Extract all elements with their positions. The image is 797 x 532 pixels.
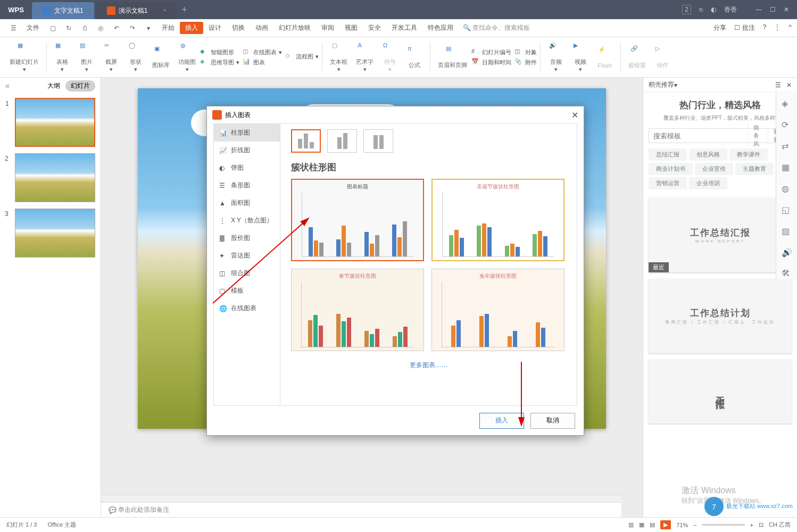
gift-icon[interactable]: ⎋ bbox=[699, 6, 703, 13]
slide-thumb-2[interactable]: 2 bbox=[15, 153, 95, 202]
tag[interactable]: 企业培训 bbox=[689, 177, 727, 189]
flowchart-button[interactable]: ◇流程图 ▾ bbox=[285, 52, 319, 61]
slide-thumb-1[interactable]: 1 bbox=[15, 98, 95, 147]
slide-thumb-3[interactable]: 3 bbox=[15, 209, 95, 257]
notification-icon[interactable]: 2 bbox=[682, 5, 691, 14]
avatar-icon[interactable]: ◐ bbox=[711, 6, 716, 13]
comment-button[interactable]: ☐ 批注 bbox=[734, 23, 754, 32]
zoom-in-button[interactable]: + bbox=[750, 522, 753, 528]
slidenumber-button[interactable]: #幻灯片编号 bbox=[471, 48, 511, 56]
image-button[interactable]: ▨图片 ▾ bbox=[74, 40, 99, 75]
hyperlink-button[interactable]: 🔗超链接 bbox=[624, 43, 650, 71]
scrollbar[interactable] bbox=[101, 495, 621, 502]
slideshow-button[interactable]: ▶ bbox=[660, 520, 671, 529]
online-chart-button[interactable]: ◫在线图表 ▾ bbox=[243, 48, 282, 56]
doc-tab-1[interactable]: 文字文稿1 bbox=[32, 2, 94, 19]
tab-security[interactable]: 安全 bbox=[363, 22, 386, 34]
anim-icon[interactable]: ⟳ bbox=[782, 120, 792, 130]
chart-preview-2[interactable]: 圣诞节簇状柱形图 bbox=[431, 179, 564, 261]
equation-button[interactable]: π公式 bbox=[402, 43, 427, 71]
datetime-button[interactable]: 📅日期和时间 bbox=[471, 58, 511, 66]
close-button[interactable]: ✕ bbox=[784, 6, 789, 13]
more-icon[interactable]: ⋮ bbox=[774, 23, 781, 32]
command-search[interactable]: 🔍 查找命令、搜索模板 bbox=[463, 23, 530, 32]
symbol-button[interactable]: Ω符号 ▾ bbox=[378, 40, 402, 75]
resource-icon[interactable]: ◱ bbox=[782, 205, 792, 215]
tab-devtools[interactable]: 开发工具 bbox=[386, 22, 422, 34]
iconlib-button[interactable]: ▣图标库 bbox=[148, 43, 174, 71]
redo-icon[interactable]: ↷ bbox=[127, 23, 138, 34]
tab-start[interactable]: 开始 bbox=[156, 22, 180, 34]
template-card-1[interactable]: 工作总结汇报 WORK REPORT 最近 bbox=[649, 198, 792, 272]
tab-insert[interactable]: 插入 bbox=[180, 22, 203, 34]
subtype-percent[interactable] bbox=[363, 129, 393, 153]
view-sorter-icon[interactable]: ▦ bbox=[639, 521, 644, 528]
cat-pie[interactable]: ◐饼图 bbox=[214, 159, 280, 177]
outline-tab[interactable]: 大纲 bbox=[47, 81, 60, 90]
flash-button[interactable]: ⚡Flash bbox=[593, 44, 617, 71]
tool-icon[interactable]: ◍ bbox=[782, 184, 792, 194]
wordart-button[interactable]: A艺术字 ▾ bbox=[352, 40, 378, 75]
share-button[interactable]: 分享 bbox=[713, 23, 726, 32]
help-icon[interactable]: ? bbox=[763, 23, 767, 32]
tag[interactable]: 创意风格 bbox=[689, 148, 727, 161]
view-normal-icon[interactable]: ▥ bbox=[628, 521, 634, 528]
audio-icon[interactable]: 🔊 bbox=[782, 247, 792, 258]
tab-transition[interactable]: 切换 bbox=[227, 22, 250, 34]
zoom-out-button[interactable]: − bbox=[693, 522, 696, 528]
textbox-button[interactable]: ▢文本框 ▾ bbox=[326, 40, 352, 75]
maximize-button[interactable]: ☐ bbox=[770, 6, 776, 13]
menu-icon[interactable]: ☰ bbox=[8, 23, 19, 34]
smartart-button[interactable]: ◆智能图形 bbox=[200, 48, 239, 56]
tab-design[interactable]: 设计 bbox=[203, 22, 227, 34]
tag[interactable]: 教学课件 bbox=[729, 148, 768, 161]
view-reading-icon[interactable]: ▤ bbox=[650, 521, 655, 528]
notes-bar[interactable]: 💬 单击此处添加备注 bbox=[101, 502, 621, 517]
mindmap-button[interactable]: ◈思维导图 ▾ bbox=[200, 58, 239, 66]
table-button[interactable]: ▦表格 ▾ bbox=[50, 40, 74, 75]
tools-icon[interactable]: 🛠 bbox=[782, 269, 792, 279]
subtype-clustered[interactable] bbox=[291, 129, 321, 153]
tab-review[interactable]: 审阅 bbox=[316, 22, 339, 34]
action-button[interactable]: ▷动作 bbox=[650, 43, 675, 71]
slides-tab[interactable]: 幻灯片 bbox=[65, 80, 95, 92]
user-name[interactable]: 香香 bbox=[724, 5, 737, 14]
collapse-icon[interactable]: « bbox=[5, 81, 10, 90]
template-card-2[interactable]: 工作总结计划 每周汇报 / 工作汇报 / 汇报人: 工作总结 bbox=[649, 279, 792, 353]
new-tab-button[interactable]: + bbox=[177, 4, 193, 15]
chart-button[interactable]: 📊图表 bbox=[243, 58, 282, 66]
collapse-icon[interactable]: ^ bbox=[788, 23, 792, 32]
dropdown-icon[interactable]: ▾ bbox=[143, 23, 154, 34]
zoom-value[interactable]: 71% bbox=[676, 522, 688, 528]
fit-button[interactable]: ⊡ bbox=[759, 521, 763, 528]
subtype-stacked[interactable] bbox=[327, 129, 357, 153]
print-icon[interactable]: ⎙ bbox=[79, 23, 90, 34]
shape-button[interactable]: ◯形状 ▾ bbox=[123, 40, 148, 75]
tag[interactable]: 总结汇报 bbox=[649, 148, 687, 161]
panel-close-icon[interactable]: ✕ bbox=[786, 81, 792, 89]
style-icon[interactable]: ◈ bbox=[782, 98, 792, 109]
template-card-3[interactable]: 工作汇报 bbox=[649, 360, 792, 423]
doc-tab-2[interactable]: 演示文稿1 • bbox=[96, 2, 177, 19]
new-slide-button[interactable]: ▦新建幻灯片 ▾ bbox=[5, 40, 43, 75]
panel-settings-icon[interactable]: ☰ bbox=[775, 81, 781, 89]
cat-line[interactable]: 📈折线图 bbox=[214, 142, 280, 159]
gallery-icon[interactable]: ▨ bbox=[782, 226, 792, 237]
cat-bar[interactable]: ☰条形图 bbox=[214, 177, 280, 194]
tab-slideshow[interactable]: 幻灯片放映 bbox=[273, 22, 316, 34]
cat-column[interactable]: 📊柱形图 bbox=[214, 124, 280, 142]
screenshot-button[interactable]: ✂截屏 ▾ bbox=[99, 40, 123, 75]
dialog-close-button[interactable]: ✕ bbox=[571, 110, 578, 120]
file-menu[interactable]: 文件 bbox=[21, 22, 45, 34]
headerfooter-button[interactable]: ▤页眉和页脚 bbox=[434, 43, 471, 71]
attachment-button[interactable]: 📎附件 bbox=[514, 58, 537, 66]
video-button[interactable]: ▶视频 ▾ bbox=[568, 40, 593, 75]
feature-button[interactable]: ◍功能图 ▾ bbox=[174, 40, 200, 75]
minimize-button[interactable]: — bbox=[756, 6, 762, 13]
tag[interactable]: 企业宣传 bbox=[695, 163, 733, 175]
tag[interactable]: 商业计划书 bbox=[649, 163, 693, 175]
transition-icon[interactable]: ⇄ bbox=[782, 141, 792, 152]
search-input[interactable] bbox=[649, 132, 748, 140]
tab-special[interactable]: 特色应用 bbox=[422, 22, 459, 34]
layout-icon[interactable]: ▦ bbox=[782, 162, 792, 173]
